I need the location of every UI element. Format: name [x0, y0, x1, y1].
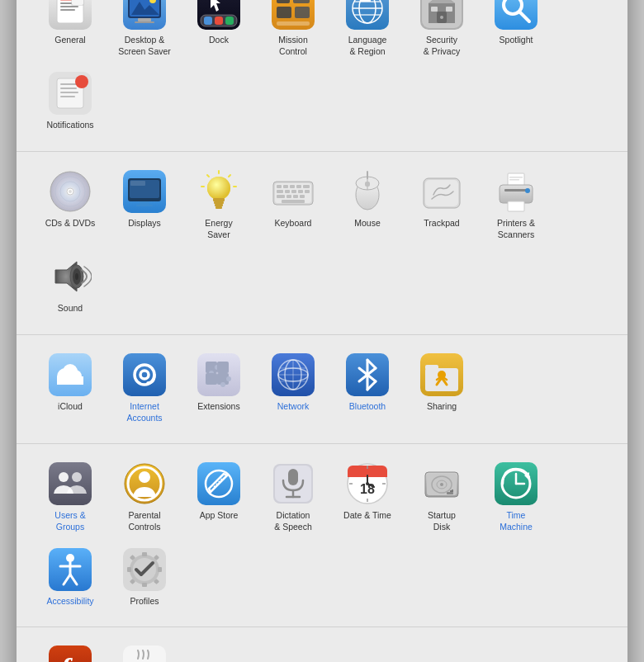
pref-dictation[interactable]: Dictation& Speech	[256, 454, 330, 539]
notifications-icon	[49, 72, 92, 115]
mouse-label: Mouse	[354, 218, 381, 229]
appstore-label: App Store	[200, 510, 239, 522]
language-label: Language& Region	[348, 35, 387, 57]
sharing-label: Sharing	[427, 401, 457, 413]
pref-network[interactable]: Network	[256, 345, 330, 430]
pref-security[interactable]: Security& Privacy	[405, 0, 479, 64]
section-hardware: CDs & DVDs	[17, 152, 627, 335]
svg-rect-34	[277, 7, 291, 18]
pref-extensions[interactable]: Extensions	[182, 345, 256, 430]
profiles-icon	[123, 548, 166, 591]
pref-sharing[interactable]: Sharing	[405, 345, 479, 430]
pref-accessibility[interactable]: Accessibility	[33, 540, 107, 614]
pref-internet-accounts[interactable]: InternetAccounts	[107, 345, 182, 430]
svg-rect-102	[282, 200, 305, 203]
startup-icon-wrap	[419, 461, 465, 507]
pref-flash[interactable]: f Flash Player	[33, 637, 107, 662]
pref-mouse[interactable]: Mouse	[330, 162, 405, 247]
network-icon	[272, 353, 315, 396]
svg-point-68	[69, 190, 72, 193]
svg-rect-90	[290, 185, 295, 188]
svg-rect-93	[277, 190, 283, 193]
system-grid: Users &Groups	[33, 454, 611, 613]
dock-icon-wrap	[196, 0, 242, 31]
trackpad-label: Trackpad	[424, 218, 459, 229]
svg-rect-23	[138, 18, 151, 21]
svg-rect-92	[303, 185, 310, 188]
bluetooth-icon	[346, 353, 389, 396]
pref-java[interactable]: Java	[107, 637, 182, 662]
section-system: Users &Groups	[17, 444, 627, 627]
icloud-icon	[49, 353, 92, 396]
pref-spotlight[interactable]: Spotlight	[479, 0, 553, 64]
svg-rect-171	[288, 469, 298, 485]
pref-icloud[interactable]: iCloud	[33, 345, 107, 430]
desktop-icon	[123, 0, 166, 30]
pref-sound[interactable]: Sound	[33, 247, 107, 321]
svg-point-157	[59, 472, 69, 482]
svg-rect-154	[425, 365, 438, 370]
mission-label: MissionControl	[278, 35, 308, 57]
dock-icon	[197, 0, 240, 30]
dictation-icon-wrap	[270, 461, 316, 507]
cds-label: CDs & DVDs	[45, 218, 96, 229]
network-label: Network	[277, 401, 310, 413]
pref-bluetooth[interactable]: Bluetooth	[330, 345, 405, 430]
datetime-icon: 18	[346, 462, 389, 505]
displays-icon	[123, 170, 166, 213]
security-label: Security& Privacy	[424, 35, 460, 57]
pref-users[interactable]: Users &Groups	[33, 454, 107, 539]
keyboard-icon	[272, 170, 315, 213]
trackpad-icon-wrap	[419, 168, 465, 215]
pref-timemachine[interactable]: TimeMachine	[479, 454, 553, 539]
language-icon-wrap	[344, 0, 391, 31]
sound-icon-wrap	[47, 253, 93, 300]
pref-cds[interactable]: CDs & DVDs	[33, 162, 107, 247]
pref-datetime[interactable]: 18 Date & Time	[330, 454, 405, 539]
pref-profiles[interactable]: Profiles	[107, 540, 182, 614]
security-icon-wrap	[419, 0, 465, 31]
mission-icon-wrap	[270, 0, 316, 31]
desktop-icon-wrap	[121, 0, 168, 31]
pref-appstore[interactable]: App Store	[182, 454, 256, 539]
pref-language[interactable]: Language& Region	[330, 0, 405, 64]
svg-rect-13	[60, 6, 78, 7]
dictation-label: Dictation& Speech	[274, 510, 312, 532]
svg-rect-209	[158, 567, 162, 572]
timemachine-label: TimeMachine	[500, 510, 533, 532]
mission-icon	[272, 0, 315, 30]
accessibility-icon-wrap	[47, 546, 93, 593]
svg-point-160	[139, 471, 150, 483]
svg-rect-84	[215, 204, 223, 206]
pref-general[interactable]: General	[33, 0, 107, 64]
internet-accounts-icon	[123, 353, 166, 396]
svg-rect-72	[140, 201, 149, 205]
pref-parental[interactable]: ParentalControls	[107, 454, 182, 539]
spotlight-icon-wrap	[493, 0, 539, 31]
language-icon	[346, 0, 389, 30]
pref-dock[interactable]: Dock	[182, 0, 256, 64]
pref-energy[interactable]: EnergySaver	[182, 162, 256, 247]
pref-startup[interactable]: StartupDisk	[405, 454, 479, 539]
pref-notifications[interactable]: Notifications	[33, 64, 107, 138]
pref-printers[interactable]: Printers &Scanners	[479, 162, 553, 247]
java-icon	[123, 645, 166, 662]
parental-label: ParentalControls	[128, 510, 160, 532]
displays-icon-wrap	[121, 168, 168, 215]
section-other: f Flash Player	[17, 627, 627, 662]
pref-trackpad[interactable]: Trackpad	[405, 162, 479, 247]
svg-line-80	[207, 175, 209, 177]
mouse-icon-wrap	[344, 168, 391, 215]
pref-keyboard[interactable]: Keyboard	[256, 162, 330, 247]
pref-displays[interactable]: Displays	[107, 162, 182, 247]
notifications-label: Notifications	[46, 120, 93, 131]
pref-mission[interactable]: MissionControl	[256, 0, 330, 64]
cds-icon	[49, 170, 92, 213]
svg-rect-24	[135, 21, 154, 23]
svg-rect-74	[130, 181, 145, 186]
pref-desktop[interactable]: Desktop &Screen Saver	[107, 0, 182, 64]
svg-point-180	[366, 482, 369, 485]
svg-rect-85	[215, 206, 222, 209]
appstore-icon	[197, 462, 240, 505]
trackpad-icon	[420, 170, 463, 213]
